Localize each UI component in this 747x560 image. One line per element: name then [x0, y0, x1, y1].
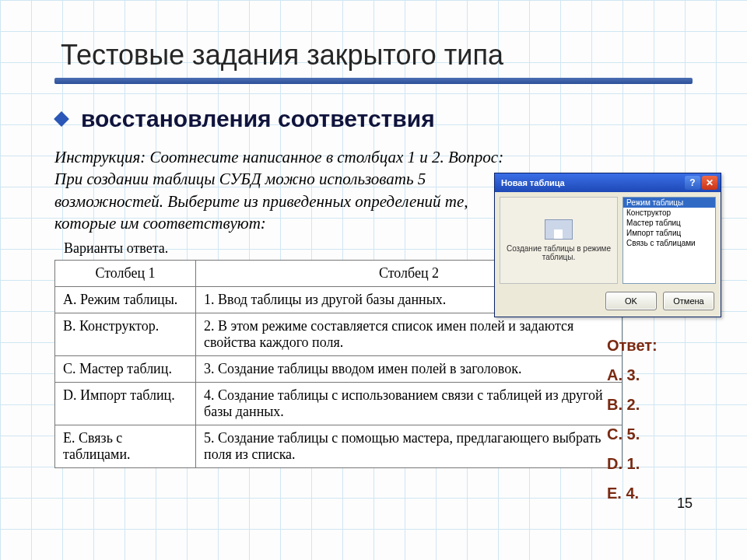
slide-subtitle: восстановления соответствия — [81, 106, 435, 132]
table-row: D. Импорт таблиц. 4. Создание таблицы с … — [55, 383, 622, 425]
col2-cell: 2. В этом режиме составляется список име… — [196, 313, 622, 356]
title-underline — [54, 78, 693, 84]
list-item[interactable]: Связь с таблицами — [623, 238, 715, 248]
answer-item: C. 5. — [607, 419, 658, 449]
dialog-preview-caption: Создание таблицы в режиме таблицы. — [500, 244, 617, 261]
page-number: 15 — [677, 495, 693, 512]
col1-cell: D. Импорт таблиц. — [55, 383, 196, 425]
instruction-text: Инструкция: Соотнесите написанное в стол… — [54, 146, 529, 234]
answer-item: B. 2. — [607, 390, 658, 419]
help-icon[interactable]: ? — [685, 176, 700, 190]
col2-cell: 5. Создание таблицы с помощью мастера, п… — [196, 425, 622, 468]
col1-cell: A. Режим таблицы. — [55, 287, 196, 313]
answer-label: Ответ: — [607, 331, 658, 360]
col1-cell: E. Связь с таблицами. — [55, 425, 196, 468]
table-row: B. Конструктор. 2. В этом режиме составл… — [55, 313, 622, 356]
dialog-title: Новая таблица — [501, 178, 565, 187]
list-item[interactable]: Импорт таблиц — [623, 228, 715, 238]
col1-cell: B. Конструктор. — [55, 313, 196, 356]
table-row: C. Мастер таблиц. 3. Создание таблицы вв… — [55, 356, 622, 383]
bullet-icon — [54, 111, 69, 127]
ok-button[interactable]: OK — [605, 292, 657, 310]
list-item[interactable]: Конструктор — [623, 208, 715, 218]
answer-item: D. 1. — [607, 449, 658, 478]
col2-cell: 3. Создание таблицы вводом имен полей в … — [196, 356, 622, 383]
answer-key: Ответ: A. 3. B. 2. C. 5. D. 1. E. 4. — [607, 331, 658, 508]
slide-title: Тестовые задания закрытого типа — [61, 39, 693, 72]
answer-item: A. 3. — [607, 360, 658, 390]
table-row: E. Связь с таблицами. 5. Создание таблиц… — [55, 425, 622, 468]
table-icon — [545, 219, 573, 240]
new-table-dialog: Новая таблица ? ✕ Создание таблицы в реж… — [494, 173, 721, 317]
list-item[interactable]: Мастер таблиц — [623, 218, 715, 228]
answer-item: E. 4. — [607, 478, 658, 508]
dialog-preview-pane: Создание таблицы в режиме таблицы. — [500, 197, 618, 284]
col1-header: Столбец 1 — [55, 261, 196, 287]
col1-cell: C. Мастер таблиц. — [55, 356, 196, 383]
dialog-options-list[interactable]: Режим таблицы Конструктор Мастер таблиц … — [622, 197, 716, 284]
cancel-button[interactable]: Отмена — [663, 292, 714, 310]
dialog-titlebar[interactable]: Новая таблица ? ✕ — [495, 173, 721, 192]
col2-cell: 4. Создание таблицы с использованием свя… — [196, 383, 622, 425]
list-item[interactable]: Режим таблицы — [623, 198, 715, 208]
close-icon[interactable]: ✕ — [702, 176, 717, 190]
